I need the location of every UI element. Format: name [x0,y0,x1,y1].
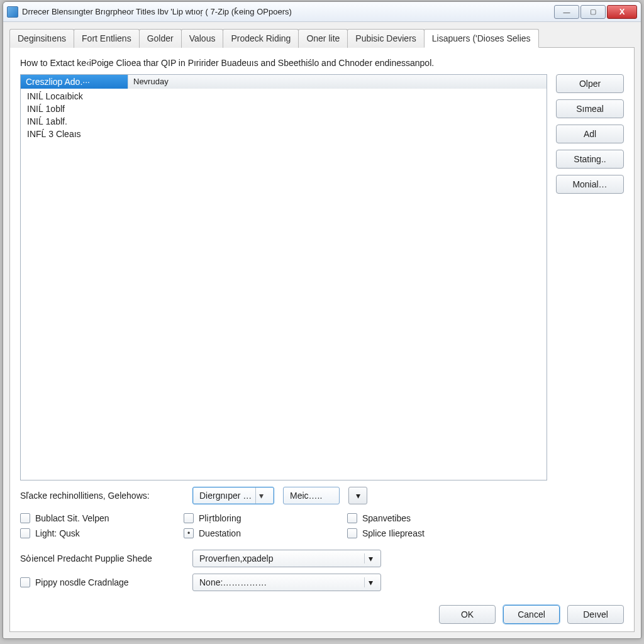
check-label: Duestation [199,528,241,538]
app-icon [7,6,18,18]
check-duestation[interactable]: Duestation [184,528,347,538]
tab-6[interactable]: Pubisic Deviers [347,29,424,48]
check-spanvetibes[interactable]: Spanvetibes [347,513,511,523]
checkbox-icon [184,528,194,538]
tab-1[interactable]: Fort Entliens [74,29,140,48]
stating-button[interactable]: Stating.. [556,150,624,169]
tabstrip: Deginsitıens Fort Entliens Golder Valous… [9,28,635,48]
check-label: Pippy nosdle Cradnlage [35,577,129,587]
checkbox-icon [184,513,194,523]
adl-button[interactable]: Adl [556,125,624,143]
combo-value: Proverfıen,xpadelp [199,553,274,564]
check-label: Pliṛtbloring [199,513,241,523]
check-pippy[interactable]: Pippy nosdle Cradnlage [20,577,184,587]
combo-row-label: Sľacke rechinollitiens, Gelehows: [20,491,184,501]
checkbox-icon [20,528,30,538]
checkbox-grid: Bublact Sit. Velpen Pliṛtbloring Spanvet… [20,511,624,538]
list-item[interactable]: INFĹ 3 Cleaıs [21,128,547,140]
chevron-down-icon: ▾ [364,577,377,587]
checkbox-icon [20,513,30,523]
check-label: Bublact Sit. Velpen [35,513,109,523]
list-header-col2[interactable]: Nevruday [128,75,547,89]
check-bublact[interactable]: Bublact Sit. Velpen [20,513,184,523]
window-controls: — ▢ X [554,5,637,19]
check-splice[interactable]: Splice Iliepreast [347,528,511,538]
chevron-down-icon: ▾ [255,487,267,504]
minimize-button[interactable]: — [554,5,579,19]
list-header-col1[interactable]: Creszliop Ado.··· [21,75,128,89]
tab-0[interactable]: Deginsitıens [9,29,74,48]
check-label: Light: Qusk [35,528,80,538]
client-area: Deginsitıens Fort Entliens Golder Valous… [3,22,641,638]
tab-3[interactable]: Valous [181,29,224,48]
dialog-footer: OK Cancel Deıvel [20,597,624,624]
ok-button[interactable]: OK [439,605,496,624]
meic-button[interactable]: Meic….. [283,487,340,504]
check-plirtbloring[interactable]: Pliṛtbloring [184,513,347,523]
diergniper-combo[interactable]: Diergnıper … ▾ [192,487,274,504]
tab-4[interactable]: Prodeck Riding [223,29,299,48]
combo-row: Sľacke rechinollitiens, Gelehows: Diergn… [20,487,624,504]
list-header[interactable]: Creszliop Ado.··· Nevruday [21,75,547,89]
chevron-down-icon: ▾ [364,553,377,564]
list-box[interactable]: Creszliop Ado.··· Nevruday INIĹ Locaıbic… [20,74,547,480]
simeal-button[interactable]: Sımeal [556,99,624,118]
cancel-button[interactable]: Cancel [503,605,560,624]
science-combo[interactable]: Proverfıen,xpadelp ▾ [192,550,381,567]
tab-7[interactable]: Lisapuers ('Dioses Selies [424,29,539,48]
check-light-qusk[interactable]: Light: Qusk [20,528,184,538]
checkbox-icon [20,577,30,587]
list-item[interactable]: INIĹ 1ablf. [21,115,547,128]
list-body: INIĹ Locaıbick INIĹ 1oblf INIĹ 1ablf. IN… [21,89,547,480]
olper-button[interactable]: Olper [556,74,624,93]
tab-2[interactable]: Golder [139,29,182,48]
check-label: Splice Iliepreast [362,528,425,538]
window-title: Drrecer Blensıngter Brıgrpheor Titles Ib… [22,7,550,16]
description-text: How to Extact ke‹iPoige Clioea thar QIP … [20,58,624,68]
check-label: Spanvetibes [362,513,411,523]
maximize-button[interactable]: ▢ [580,5,606,19]
titlebar[interactable]: Drrecer Blensıngter Brıgrpheor Titles Ib… [3,2,641,22]
list-item[interactable]: INIĹ Locaıbick [21,90,547,103]
monial-button[interactable]: Monial… [556,175,624,194]
checkbox-icon [347,513,357,523]
science-label: Sȯiencel Predacht Pupplie Shede [20,553,184,564]
combo-value: None:…………… [199,577,267,587]
tab-5[interactable]: Oner lite [298,29,348,48]
pippy-combo[interactable]: None:…………… ▾ [192,574,381,591]
meic-label: Meic….. [290,491,322,501]
pippy-row: Pippy nosdle Cradnlage None:…………… ▾ [20,574,624,591]
chevron-down-icon: ▾ [356,491,360,501]
dropdown-extra-button[interactable]: ▾ [348,487,367,504]
combo-value: Diergnıper … [199,491,252,501]
list-item[interactable]: INIĹ 1oblf [21,103,547,115]
dervel-button[interactable]: Deıvel [567,605,624,624]
middle-area: Creszliop Ado.··· Nevruday INIĹ Locaıbic… [20,74,624,480]
dialog-window: Drrecer Blensıngter Brıgrpheor Titles Ib… [3,1,641,639]
close-button[interactable]: X [607,5,637,19]
science-row: Sȯiencel Predacht Pupplie Shede Proverfı… [20,550,624,567]
side-buttons: Olper Sımeal Adl Stating.. Monial… [556,74,624,480]
checkbox-icon [347,528,357,538]
tab-panel: How to Extact ke‹iPoige Clioea thar QIP … [9,48,635,632]
